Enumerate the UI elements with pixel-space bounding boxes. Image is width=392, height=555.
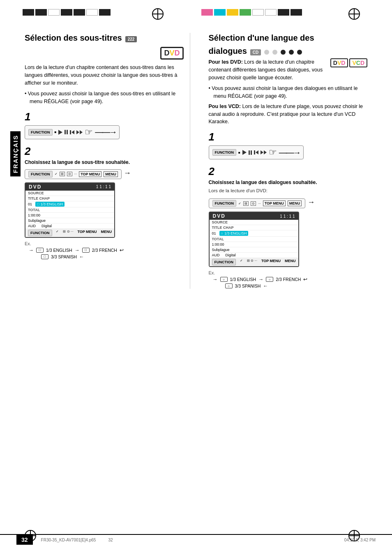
bar-black-5 [99, 9, 111, 16]
ff-icon-left [76, 130, 83, 134]
osd-row-time: 1:00:00 [25, 213, 114, 218]
ex-text-sp: 3/3 SPANISH [51, 254, 77, 259]
right-column: Sélection d'une langue des dialogues CD [203, 33, 368, 289]
dot5 [297, 50, 302, 55]
right-title-text-block: Sélection d'une langue des dialogues CD [209, 33, 314, 58]
ex-text-fr-r: 2/3 FRENCH [276, 277, 301, 282]
osd-label-total: TOTAL [28, 208, 57, 212]
ex-row-r1: → ○ 1/3 ENGLISH → ○ 2/3 FRENCH ↩ [213, 276, 368, 282]
osd-function-btn-r: FUNCTION [212, 259, 236, 265]
osd-time-val-r: 1:00:00 [212, 242, 224, 246]
deco-bars-left [23, 9, 111, 16]
dvd-v: V [169, 49, 174, 58]
osd-menu-r2: MENU [285, 259, 296, 265]
osd-01: 01 [28, 202, 32, 206]
arrow-icon-left: ——→ [95, 127, 116, 137]
osd-row-source-r: SOURCE [210, 220, 298, 225]
osd-icons-r: ⊟ ⊙ ··· [247, 259, 257, 265]
left-dvd-logo-area: DVD [25, 47, 184, 64]
remote-icon-sq: ■ [55, 130, 57, 134]
right-title-badge: CD [250, 49, 261, 55]
osd-title-r: DVD [213, 213, 226, 219]
dvd-d1: D [164, 49, 169, 58]
osd-label-source: SOURCE [28, 191, 57, 195]
right-step1-num: 1 [209, 131, 368, 143]
left-title-row: Sélection des sous-titres 222 [25, 33, 184, 45]
dvd-d2: D [175, 49, 180, 58]
left-step2-remote-row: FUNCTION ✓ ⊟ ⊙ ··· TOP MENU MENU → [25, 167, 184, 179]
bar-yellow [227, 9, 238, 16]
bar-black-r [278, 9, 289, 16]
dots-icon: ··· [74, 172, 77, 176]
osd-time-val: 1:00:00 [28, 213, 40, 217]
osd-time-text: 1 1 : 1 1 [96, 184, 111, 189]
ex-text-eng-r: 1/3 ENGLISH [230, 277, 256, 282]
osd-menu2: MENU [101, 230, 112, 236]
left-osd-display: DVD 1 1 : 1 1 SOURCE TITLE CHAP 01 □ 1/3… [25, 182, 115, 238]
right-body-vcd: Pou les VCD: Lors de la lecture d'une pl… [209, 103, 368, 126]
osd-row-total-r: TOTAL [210, 237, 298, 242]
ex-icon-sp-r: ○ [225, 283, 233, 288]
left-dvd-logo: DVD [160, 47, 183, 60]
side-label-francais: FRANÇAIS [10, 131, 21, 177]
ex-row-r2: ○ 3/3 SPANISH ← [225, 283, 368, 289]
osd-topmenu2: TOP MENU [77, 230, 97, 236]
play-icon-right [242, 150, 247, 155]
osd-row-title: TITLE CHAP [25, 196, 114, 201]
deco-bars-right [201, 9, 302, 16]
crosshair-right [348, 8, 360, 20]
ex-text-fr: 2/3 FRENCH [92, 248, 117, 253]
ex-text-sp-r: 3/3 SPANISH [235, 283, 261, 288]
right-step2-remote-row: FUNCTION ✓ ⊟ ⊙ ··· TOP MENU MENU → [209, 196, 368, 208]
check-icon: ✓ [55, 172, 58, 176]
left-column: Sélection des sous-titres 222 DVD Lors d… [25, 33, 190, 289]
osd-subtitle-highlight: □ 1/3 ENGLISH [35, 202, 65, 207]
right-body-dvd-label: Pour les DVD: [209, 59, 243, 65]
osd-sub-r: Subplague [212, 248, 230, 252]
right-dvd-logo: DVD [330, 58, 348, 67]
osd-label-title-r: TITLE CHAP [212, 226, 241, 230]
top-menu-btn: TOP MENU [79, 171, 101, 177]
right-bullet1: Vous pouvez aussi choisir la langue des … [209, 85, 368, 100]
dot3 [281, 50, 286, 55]
ex-row-2: □ 3/3 SPANISH ← [41, 254, 184, 260]
footer-page-num: 32 [108, 538, 113, 542]
arrow-step2: → [124, 169, 131, 177]
right-dvd-vcd-logo: DVD VCD [330, 58, 367, 67]
dot2 [272, 50, 277, 55]
osd-function-btn: FUNCTION [28, 230, 52, 236]
cd-btn-r: ⊙ [251, 201, 256, 206]
osd-row-01-r: 01 ○ 1/3 ENGLISH [210, 230, 298, 237]
menu-btn-r: MENU [288, 200, 302, 206]
right-title-area: Sélection d'une langue des dialogues CD [209, 33, 368, 58]
highlight-icon: □ [37, 202, 39, 206]
ex-icon-eng-r: ○ [220, 277, 228, 282]
osd-row-aud: AUD Digital [25, 223, 114, 229]
left-step2-num: 2 [25, 145, 184, 158]
right-step2-label: Choisissez la langue des dialogues souha… [209, 180, 368, 185]
right-osd-display: DVD 1 1 : 1 1 SOURCE TITLE CHAP 01 ○ 1/3… [209, 212, 299, 267]
page-number: 32 [16, 535, 33, 545]
ex-icon-sp: □ [41, 254, 48, 259]
remote-sq-right: ■ [238, 151, 240, 154]
bar-pink [201, 9, 213, 16]
osd-digital: Digital [42, 224, 52, 228]
bar-black-4 [74, 9, 85, 16]
right-remote-step1: FUNCTION ■ ☞ ——→ [209, 145, 304, 159]
left-step2-label: Choisissez la langue de sous-titre souha… [25, 159, 184, 165]
right-section-title-line2: dialogues [209, 46, 247, 56]
osd-row-title-r: TITLE CHAP [210, 225, 298, 230]
osd-row-sub-r: Subplague [210, 247, 298, 253]
bar-white-2 [86, 9, 98, 16]
left-step1-num: 1 [25, 111, 184, 123]
ex-icon-fr-r: ○ [266, 277, 273, 282]
bar-white-r2 [265, 9, 277, 16]
footer-date: 04.10.6, 3:42 PM [344, 538, 376, 542]
arrow-icon-right: ——→ [279, 148, 300, 157]
bar-white-r1 [252, 9, 264, 16]
left-remote-step1: FUNCTION ■ ☞ ——→ [25, 125, 120, 139]
right-body-vcd-label: Pou les VCD: [209, 104, 241, 109]
prev-icon-left [70, 130, 74, 134]
left-ex-diagram: → □ 1/3 ENGLISH → □ 2/3 FRENCH ↩ □ 3/3 S… [29, 247, 184, 260]
left-ex-label: Ex. [25, 241, 184, 246]
